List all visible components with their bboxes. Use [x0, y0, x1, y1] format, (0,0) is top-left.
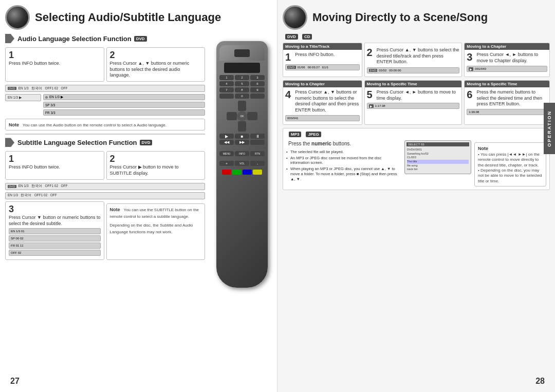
- section-divider: [5, 134, 205, 135]
- remote-btn-5[interactable]: 5: [235, 81, 249, 86]
- dvd-badge-right: DVD: [285, 34, 298, 40]
- mp3-bullet1: The selected file will be played.: [286, 150, 401, 155]
- remote-btn-3[interactable]: 3: [250, 75, 265, 80]
- step5-text: Press Cursor ◄, ► buttons to move to tim…: [377, 89, 460, 101]
- step6-col: Moving to a Specific Time 6 Press the nu…: [464, 80, 550, 125]
- dpad-left-btn[interactable]: [227, 112, 237, 120]
- step1-content: 1 Press INFO button.: [285, 52, 360, 62]
- remote-color-yellow[interactable]: [253, 170, 262, 175]
- audio-step1-box: 1 Press INFO button twice.: [5, 47, 104, 82]
- remote-btn-9[interactable]: 9: [250, 87, 265, 92]
- audio-screen-row1: DVD EN 1/3 한국어 OFF1 02 OFF: [5, 85, 205, 92]
- subtitle-screen2: EN 1/3 한국어 OFF1 02 OFF: [5, 192, 205, 199]
- audio-screen2b: EN 1/3 ▶: [43, 94, 205, 100]
- audio-function-label: Audio Language Selection Function DVD: [5, 34, 205, 43]
- screen3-text: 001/040: [475, 67, 486, 70]
- mp3-screen-header: SELECT 03: [406, 142, 469, 146]
- remote-menu-btn[interactable]: MENU: [219, 151, 234, 156]
- subtitle-note-item2: Depending on the disc, the Subtitle and …: [110, 221, 202, 235]
- remote-btn-6[interactable]: 6: [250, 81, 265, 86]
- mp3-press-area: Press the numeric buttons.: [286, 140, 401, 147]
- subtitle-step1-box: 1 Press INFO button twice.: [5, 151, 104, 179]
- remote-btn-1[interactable]: 1: [219, 75, 234, 80]
- subtitle-step2-text: Press Cursor ▶ button to move to SUBTITL…: [110, 164, 202, 176]
- remote-color-green[interactable]: [232, 170, 242, 175]
- dpad-down-btn[interactable]: [238, 121, 246, 132]
- remote-return-btn[interactable]: RTN: [250, 151, 265, 156]
- step5-screen: ▶ 1:17:38: [367, 103, 460, 109]
- audio-step2-num: 2: [110, 50, 202, 60]
- subtitle-step3-text: Press Cursor ▼ button or numeric buttons…: [9, 215, 101, 227]
- subtitle-screen-row1: DVD EN 1/3 한국어 OFF1 02 OFF: [5, 183, 205, 190]
- mp3-bullet-list: The selected file will be played. An MP3…: [286, 150, 401, 182]
- remote-control: 1 2 3 4 5 6 7 8 9 0: [216, 41, 268, 288]
- audio-steps-row: 1 Press INFO button twice. 2 Press Curso…: [5, 47, 205, 82]
- remote-info-btn[interactable]: INFO: [235, 151, 249, 156]
- mp3-screen-content: DVDV/0001 Something for/02 CL/003 The ti…: [406, 147, 469, 172]
- step6-content: 6 Press the numeric buttons to select th…: [467, 89, 547, 107]
- audio-step2-text: Press Cursor ▲, ▼ buttons or numeric but…: [110, 61, 202, 79]
- remote-vol-label: VOL: [235, 161, 249, 166]
- dvd-tag2: DVD: [8, 185, 16, 188]
- remote-btn-star[interactable]: [219, 94, 234, 99]
- remote-pause-btn[interactable]: ⏸: [250, 134, 265, 139]
- remote-skip-btn[interactable]: [250, 140, 265, 145]
- step3-screens: ▶ 001/040: [467, 66, 547, 72]
- specific-header2: Moving to a Specific Time: [465, 81, 549, 87]
- step4-num: 4: [285, 89, 291, 100]
- mp3-badge: MP3: [289, 132, 301, 137]
- right-screen4: 000/041: [285, 115, 360, 121]
- remote-btn-8[interactable]: 8: [235, 87, 249, 92]
- remote-ff-btn[interactable]: ▶▶: [235, 140, 249, 145]
- remote-btn-2[interactable]: 2: [235, 75, 249, 80]
- screen5-text: 1:17:38: [375, 104, 385, 107]
- dpad-right-btn[interactable]: [247, 112, 257, 120]
- step4-content: 4 Press Cursor ▲, ▼ buttons or numeric b…: [285, 89, 360, 114]
- subtitle-arrow-icon: [5, 138, 14, 147]
- right-half: OPERATION Moving Directly to a Scene/Son…: [278, 0, 555, 392]
- title-track-header: Moving to a Title/Track: [283, 43, 362, 50]
- audio-screen2b-text: EN 1/3 ▶: [49, 95, 63, 99]
- screen6-text: 1:36:08: [469, 110, 479, 114]
- remote-stop-btn[interactable]: ■: [235, 134, 249, 139]
- remote-btn-4[interactable]: 4: [219, 81, 234, 86]
- remote-btn-hash[interactable]: [250, 94, 265, 99]
- step3-num: 3: [467, 52, 472, 62]
- remote-ir: [234, 49, 250, 57]
- right-screen5: ▶ 1:17:38: [367, 103, 460, 109]
- sub-screen3a-text: EN 1/3 01: [11, 230, 25, 233]
- remote-btn-0[interactable]: 0: [235, 94, 249, 99]
- remote-color-blue[interactable]: [243, 170, 252, 175]
- subtitle-step1-text: Press INFO button twice.: [9, 164, 101, 171]
- mp3-file-screen: SELECT 03 DVDV/0001 Something for/02 CL/…: [404, 140, 471, 174]
- mp3-step-text-area: Press the numeric buttons. The selected …: [286, 140, 401, 183]
- sub-screen3d: OFF 02: [9, 250, 101, 256]
- cd-badge-right: CD: [302, 34, 312, 40]
- remote-rew-btn[interactable]: ◀◀: [219, 140, 234, 145]
- step1-step2-combined: DVD 01/06 00:03:27 E1/1: [285, 64, 360, 70]
- right-screen6: 1:36:08: [467, 109, 547, 115]
- subtitle-section: Subtitle Language Selection Function DVD…: [5, 138, 205, 260]
- left-section-title: Selecting Audio/Subtitle Language: [5, 5, 272, 30]
- subtitle-function-label: Subtitle Language Selection Function DVD: [5, 138, 205, 147]
- step6-screen: 1:36:08: [467, 109, 547, 115]
- remote-play-btn[interactable]: ▶: [219, 134, 234, 139]
- right-bottom-three-col: Moving to a Chapter 4 Press Cursor ▲, ▼ …: [283, 80, 550, 125]
- step4-screen: 000/041: [285, 115, 360, 121]
- audio-arrow-icon: [5, 34, 14, 43]
- audio-note-box: Note You can use the Audio button on the…: [5, 119, 205, 130]
- remote-vol-down[interactable]: -: [250, 161, 265, 166]
- dpad-center-btn[interactable]: OK: [237, 111, 247, 121]
- sub-screen3b-text: SP 00 02: [11, 237, 24, 240]
- step2-col: 2 Press Cursor ▲, ▼ buttons to select th…: [364, 43, 462, 77]
- mp3-header: MP3 JPEG: [286, 132, 546, 137]
- remote-numpad: 1 2 3 4 5 6 7 8 9 0: [219, 75, 265, 99]
- subtitle-screen1: DVD EN 1/3 한국어 OFF1 02 OFF: [5, 183, 205, 190]
- remote-btn-7[interactable]: 7: [219, 87, 234, 92]
- remote-vol-up[interactable]: +: [219, 161, 234, 166]
- page-number-28: 28: [535, 377, 545, 386]
- right-screen1: DVD 01/06 00:03:27 E1/1: [285, 64, 360, 70]
- dpad-up-btn[interactable]: [238, 101, 246, 111]
- remote-color-red[interactable]: [222, 170, 231, 175]
- subtitle-step1-num: 1: [9, 154, 101, 163]
